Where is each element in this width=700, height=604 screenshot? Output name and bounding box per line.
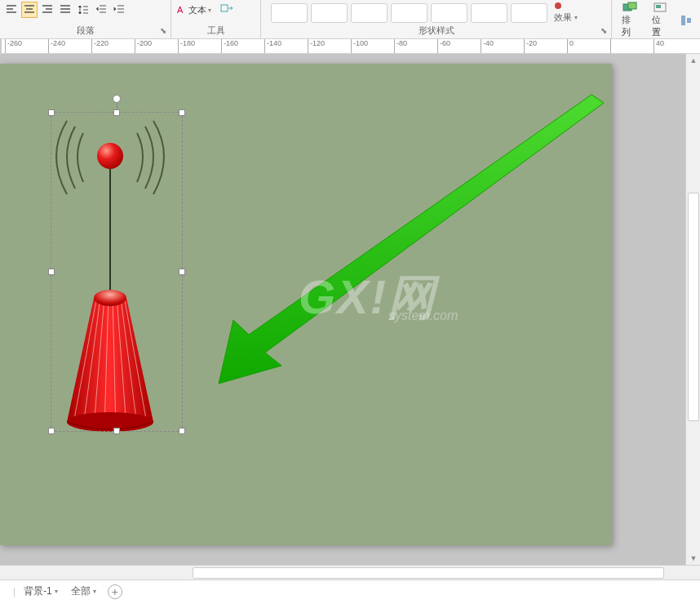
ruler-tick: -180 xyxy=(178,39,195,54)
position-button[interactable]: 位置 xyxy=(649,2,672,38)
ribbon-group-paragraph: 段落 ⬊ xyxy=(0,0,171,38)
ruler-tick: 0 xyxy=(567,39,574,54)
slide[interactable]: GX!网 system.com xyxy=(0,64,612,545)
horizontal-scroll-thumb[interactable] xyxy=(193,567,664,579)
resize-handle-bl[interactable] xyxy=(48,428,55,434)
ruler-tick xyxy=(610,39,613,54)
style-swatch-4[interactable] xyxy=(391,3,428,23)
chevron-down-icon: ▾ xyxy=(93,588,96,595)
shape-fill-button[interactable] xyxy=(554,2,578,10)
shape-styles-dialog-launcher-icon[interactable]: ⬊ xyxy=(598,25,609,37)
ruler-tick: -140 xyxy=(264,39,281,54)
align-justify-button[interactable] xyxy=(57,2,73,18)
workspace: GX!网 system.com ▲ ▼ xyxy=(0,54,700,565)
svg-rect-4 xyxy=(628,2,636,9)
ruler-tick: -100 xyxy=(351,39,368,54)
resize-handle-tr[interactable] xyxy=(179,109,185,116)
ruler-tick: -20 xyxy=(524,39,537,54)
resize-handle-l[interactable] xyxy=(48,269,55,275)
horizontal-ruler: -260-240-220-200-180-160-140-120-100-80-… xyxy=(0,39,700,54)
fill-icon xyxy=(554,2,562,10)
ruler-tick: 40 xyxy=(653,39,664,54)
resize-handle-b[interactable] xyxy=(113,428,120,434)
resize-handle-tl[interactable] xyxy=(48,109,55,116)
chevron-down-icon: ▾ xyxy=(574,14,578,21)
resize-handle-br[interactable] xyxy=(179,428,185,434)
resize-handle-r[interactable] xyxy=(179,269,185,275)
style-swatch-7[interactable] xyxy=(511,3,547,23)
tools-group-label: 工具 xyxy=(175,24,257,38)
style-swatch-5[interactable] xyxy=(431,3,467,23)
selection-bounding-box[interactable] xyxy=(51,112,183,432)
ruler-tick: -40 xyxy=(481,39,494,54)
tab-background-1[interactable]: 背景-1 ▾ xyxy=(19,581,63,602)
align-center-button[interactable] xyxy=(21,2,38,18)
arrange-label: 排列 xyxy=(622,14,639,38)
svg-marker-21 xyxy=(219,95,604,384)
green-arrow-shape[interactable] xyxy=(204,88,604,390)
svg-text:A: A xyxy=(177,5,184,15)
ribbon-group-arrange: 排列 位置 排列 xyxy=(612,0,700,38)
align-left-button[interactable] xyxy=(3,2,20,18)
style-swatch-2[interactable] xyxy=(311,3,348,23)
tab-all-label: 全部 xyxy=(71,584,91,598)
style-swatch-3[interactable] xyxy=(351,3,388,23)
style-swatch-6[interactable] xyxy=(471,3,507,23)
horizontal-scrollbar[interactable] xyxy=(0,565,700,580)
align-right-button[interactable] xyxy=(39,2,55,18)
scroll-up-arrow-icon[interactable]: ▲ xyxy=(686,54,700,67)
canvas-area[interactable]: GX!网 system.com xyxy=(0,54,685,565)
svg-point-2 xyxy=(555,2,561,9)
tab-background-label: 背景-1 xyxy=(24,584,52,598)
ruler-tick: -60 xyxy=(437,39,450,54)
style-swatch-1[interactable] xyxy=(271,3,308,23)
paragraph-dialog-launcher-icon[interactable]: ⬊ xyxy=(157,25,169,37)
text-a-icon: A xyxy=(177,5,187,15)
convert-shape-button[interactable] xyxy=(219,2,235,18)
scroll-down-arrow-icon[interactable]: ▼ xyxy=(686,552,700,565)
indent-increase-button[interactable] xyxy=(111,2,127,18)
arrange-icon xyxy=(622,2,637,13)
ruler-tick: -200 xyxy=(135,39,152,54)
tab-all[interactable]: 全部 ▾ xyxy=(66,581,101,602)
add-layer-button[interactable]: + xyxy=(108,584,122,599)
svg-rect-8 xyxy=(687,18,691,23)
line-spacing-button[interactable] xyxy=(75,2,91,18)
ribbon-group-shape-styles: 效果▾ 形状样式 ⬊ xyxy=(261,0,612,38)
ruler-tick: -80 xyxy=(394,39,407,54)
shape-styles-group-label: 形状样式 xyxy=(264,24,608,38)
svg-rect-1 xyxy=(221,5,228,11)
ruler-tick: -120 xyxy=(308,39,325,54)
position-icon xyxy=(653,2,667,13)
textbox-label: 文本 xyxy=(188,4,206,16)
tab-separator: | xyxy=(13,586,16,597)
arrange-button[interactable]: 排列 xyxy=(618,2,642,38)
position-label: 位置 xyxy=(652,14,669,38)
chevron-down-icon: ▾ xyxy=(55,588,58,595)
align-button[interactable] xyxy=(678,12,693,29)
ribbon: 段落 ⬊ A 文本 ▾ 工具 效果▾ 形状样式 ⬊ xyxy=(0,0,700,39)
vertical-scrollbar[interactable]: ▲ ▼ xyxy=(685,54,700,565)
shape-effects-button[interactable]: 效果▾ xyxy=(554,11,578,24)
svg-rect-7 xyxy=(681,16,685,25)
ruler-tick: -160 xyxy=(221,39,238,54)
ruler-tick: -240 xyxy=(48,39,65,54)
ruler-tick: -220 xyxy=(91,39,109,54)
rotate-handle[interactable] xyxy=(113,95,121,103)
chevron-down-icon: ▾ xyxy=(208,7,211,14)
vertical-scroll-thumb[interactable] xyxy=(688,193,699,421)
svg-rect-6 xyxy=(656,5,661,8)
ribbon-group-tools: A 文本 ▾ 工具 xyxy=(171,0,261,38)
effects-label: 效果 xyxy=(554,11,572,24)
textbox-button[interactable]: A 文本 ▾ xyxy=(175,4,214,16)
indent-decrease-button[interactable] xyxy=(93,2,109,18)
layer-tab-bar: | 背景-1 ▾ 全部 ▾ + xyxy=(0,580,700,602)
ruler-tick: -260 xyxy=(5,39,22,54)
resize-handle-t[interactable] xyxy=(113,109,120,116)
paragraph-group-label: 段落 xyxy=(3,24,167,38)
